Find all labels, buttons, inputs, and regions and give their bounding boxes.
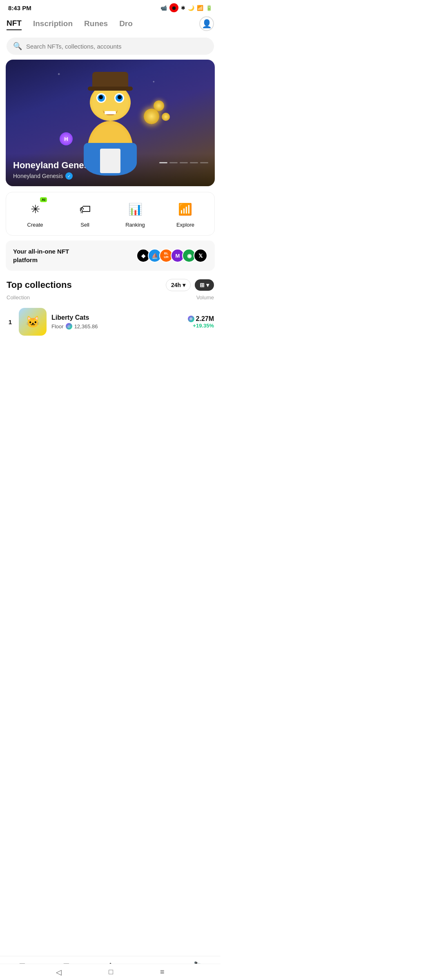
camera-icon: 📹 xyxy=(160,5,167,11)
qa-ranking[interactable]: 📊 Ranking xyxy=(125,200,145,228)
ranking-label: Ranking xyxy=(125,222,145,228)
section-header-collections: Top collections 24h ▾ ⊞ ▾ xyxy=(0,271,220,294)
battery-icon: 🔋 xyxy=(206,5,212,11)
moon-icon: 🌙 xyxy=(188,5,194,11)
status-time: 8:43 PM xyxy=(8,4,31,11)
verified-badge: ✓ xyxy=(65,172,73,180)
collection-image-1: 🐱 xyxy=(19,308,47,336)
time-filter-button[interactable]: 24h ▾ xyxy=(166,279,191,291)
grid-icon: ⊞ xyxy=(200,282,205,288)
collection-info-1: Liberty Cats Floor ◎ 12,365.86 xyxy=(51,314,183,330)
status-bar: 8:43 PM 📹 ⏺ ✱ 🌙 📶 🔋 xyxy=(0,0,220,14)
ai-badge: AI xyxy=(40,197,47,202)
qa-sell[interactable]: 🏷 Sell xyxy=(76,200,94,228)
sol-icon-1: ◎ xyxy=(66,323,72,330)
grid-filter-button[interactable]: ⊞ ▾ xyxy=(195,279,214,291)
sparkle-icon: ✳ xyxy=(31,203,40,216)
nav-tabs: NFT Inscription Runes Dro 👤 xyxy=(0,14,220,33)
sol-icon-vol-1: ◎ xyxy=(188,316,194,322)
logo-x: 𝕏 xyxy=(194,249,207,263)
search-icon: 🔍 xyxy=(13,42,22,51)
tag-icon: 🏷 xyxy=(79,203,91,216)
qa-explore[interactable]: 📶 Explore xyxy=(176,200,195,228)
explore-label: Explore xyxy=(176,222,194,228)
collection-volume-1: ◎ 2.27M +19.35% xyxy=(188,315,214,329)
ranking-icon-wrap: 📊 xyxy=(126,200,145,218)
tab-nft[interactable]: NFT xyxy=(7,17,22,30)
collection-floor-1: Floor ◎ 12,365.86 xyxy=(51,323,183,330)
header-collection: Collection xyxy=(7,294,30,301)
ranking-icon: 📊 xyxy=(128,203,143,216)
collection-table-header: Collection Volume xyxy=(0,294,220,304)
search-bar[interactable]: 🔍 xyxy=(7,38,214,55)
platform-text: Your all-in-one NFTplatform xyxy=(13,247,69,264)
record-icon: ⏺ xyxy=(169,3,178,12)
collection-art-1: 🐱 xyxy=(19,308,47,336)
chevron-down-icon: ▾ xyxy=(183,282,185,288)
quick-actions: ✳ AI Create 🏷 Sell 📊 Ranking 📶 Explore xyxy=(6,192,215,236)
tab-drops[interactable]: Dro xyxy=(119,19,133,28)
collection-row-1[interactable]: 1 🐱 Liberty Cats Floor ◎ 12,365.86 ◎ 2.2… xyxy=(0,304,220,340)
volume-change-1: +19.35% xyxy=(188,323,214,329)
signal-icon: 📶 xyxy=(197,5,203,11)
header-volume: Volume xyxy=(196,294,214,301)
status-icons: 📹 ⏺ ✱ 🌙 📶 🔋 xyxy=(160,3,212,12)
profile-button[interactable]: 👤 xyxy=(199,16,214,31)
bluetooth-icon: ✱ xyxy=(181,5,185,11)
search-input[interactable] xyxy=(26,43,207,50)
rank-1: 1 xyxy=(7,318,14,325)
hero-banner[interactable]: ✦ ✦ xyxy=(6,60,215,186)
volume-number-1: ◎ 2.27M xyxy=(188,315,214,323)
platform-banner: Your all-in-one NFTplatform ◆ ⛵ BLUR M ◉… xyxy=(6,241,215,271)
sell-label: Sell xyxy=(80,222,89,228)
section-title-collections: Top collections xyxy=(7,280,162,290)
explore-icon: 📶 xyxy=(178,203,192,216)
tab-runes[interactable]: Runes xyxy=(84,18,108,30)
create-icon-wrap: ✳ AI xyxy=(26,200,45,218)
qa-create[interactable]: ✳ AI Create xyxy=(26,200,45,228)
platform-logos: ◆ ⛵ BLUR M ◉ 𝕏 xyxy=(136,249,207,263)
create-label: Create xyxy=(27,222,43,228)
collection-name-1: Liberty Cats xyxy=(51,314,183,321)
explore-icon-wrap: 📶 xyxy=(176,200,195,218)
sell-icon-wrap: 🏷 xyxy=(76,200,94,218)
tab-inscription[interactable]: Inscription xyxy=(33,18,73,30)
chevron-down-icon-2: ▾ xyxy=(206,282,209,288)
